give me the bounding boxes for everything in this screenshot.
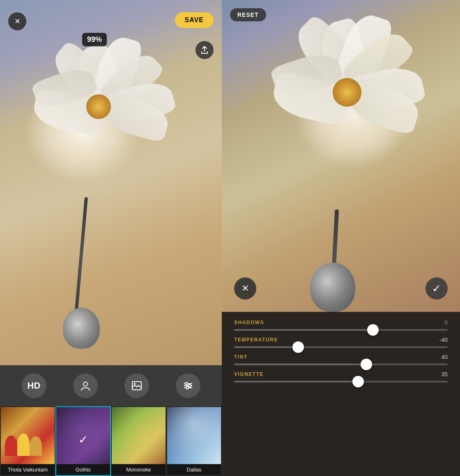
- svg-point-8: [186, 387, 189, 389]
- temperature-fill: [234, 346, 298, 348]
- temperature-slider-row: TEMPERATURE -40: [234, 336, 448, 348]
- left-panel: 99% ✕ SAVE HD: [0, 0, 222, 476]
- left-image-area: 99% ✕ SAVE: [0, 0, 222, 365]
- thumb-thota-label: Thota Vaikuntam: [1, 464, 55, 475]
- vignette-fill: [234, 381, 358, 382]
- adjustments-button[interactable]: [176, 373, 200, 398]
- shadows-track[interactable]: [234, 329, 448, 331]
- portrait-icon: [80, 380, 90, 391]
- shadows-label: SHADOWS: [234, 320, 264, 325]
- right-image-area: RESET ✕ ✓: [222, 0, 460, 312]
- vignette-value: 35: [441, 371, 448, 378]
- tint-slider-row: TINT 40: [234, 354, 448, 365]
- gallery-icon: [132, 381, 142, 390]
- thumb-mononoke-img: [112, 407, 166, 464]
- right-close-button[interactable]: ✕: [234, 277, 256, 300]
- thumb-gothic-label: Gothic: [56, 464, 110, 475]
- shadows-thumb[interactable]: [367, 324, 379, 336]
- shadows-slider-header: SHADOWS 0: [234, 319, 448, 326]
- svg-point-2: [134, 383, 136, 384]
- portrait-button[interactable]: [73, 373, 98, 398]
- thumb-mononoke[interactable]: Mononoke: [111, 406, 166, 476]
- left-toolbar: HD: [0, 365, 222, 406]
- tint-track[interactable]: [234, 364, 448, 365]
- adjustments-panel: SHADOWS 0 TEMPERATURE -40 TINT 40: [222, 312, 460, 476]
- temperature-label: TEMPERATURE: [234, 337, 278, 343]
- vignette-label: VIGNETTE: [234, 371, 264, 377]
- vignette-track[interactable]: [234, 381, 448, 382]
- thumb-gothic[interactable]: ✓ Gothic: [55, 406, 111, 476]
- percentage-badge: 99%: [82, 33, 107, 46]
- adjustments-icon: [183, 382, 193, 390]
- right-flower-center: [333, 78, 361, 107]
- temperature-track[interactable]: [234, 346, 448, 348]
- share-button[interactable]: [196, 41, 214, 59]
- thumb-mononoke-label: Mononoke: [112, 464, 166, 475]
- flower-center: [86, 94, 111, 119]
- tint-fill: [234, 364, 366, 365]
- temperature-value: -40: [439, 336, 448, 343]
- vignette-slider-header: VIGNETTE 35: [234, 371, 448, 378]
- svg-point-7: [189, 384, 191, 387]
- svg-point-6: [185, 382, 188, 385]
- shadows-value: 0: [444, 319, 448, 326]
- share-icon: [201, 46, 208, 54]
- thumb-thota-vaikuntam[interactable]: Thota Vaikuntam: [0, 406, 55, 476]
- gallery-button[interactable]: [124, 373, 149, 398]
- tint-slider-header: TINT 40: [234, 354, 448, 360]
- temperature-slider-header: TEMPERATURE -40: [234, 336, 448, 343]
- svg-point-0: [83, 382, 87, 386]
- hd-button[interactable]: HD: [22, 373, 46, 398]
- thumb-dallas[interactable]: Dallas: [166, 406, 222, 476]
- thumb-dallas-img: [167, 407, 221, 464]
- shadows-slider-row: SHADOWS 0: [234, 319, 448, 331]
- percentage-value: 99%: [87, 35, 102, 43]
- reset-button[interactable]: RESET: [230, 8, 266, 21]
- vignette-slider-row: VIGNETTE 35: [234, 371, 448, 382]
- tint-thumb[interactable]: [361, 359, 372, 370]
- temperature-thumb[interactable]: [292, 341, 304, 353]
- right-confirm-button[interactable]: ✓: [426, 277, 448, 300]
- close-button[interactable]: ✕: [8, 12, 26, 30]
- gothic-checkmark: ✓: [78, 433, 88, 446]
- thumbnails-row: Thota Vaikuntam ✓ Gothic Mononoke: [0, 406, 222, 476]
- thumb-dallas-label: Dallas: [167, 464, 221, 475]
- right-panel: RESET ✕ ✓ SHADOWS 0 TEMPERATURE: [222, 0, 460, 476]
- vignette-thumb[interactable]: [352, 376, 364, 387]
- shadows-fill: [234, 329, 373, 331]
- flower-petals-group: [33, 33, 172, 189]
- tint-value: 40: [441, 354, 448, 360]
- save-button[interactable]: SAVE: [175, 12, 214, 28]
- right-flower-group: [271, 12, 427, 176]
- flower-vase: [63, 308, 100, 349]
- right-vase: [310, 263, 355, 312]
- thumb-thota-img: [1, 407, 55, 464]
- tint-label: TINT: [234, 354, 248, 360]
